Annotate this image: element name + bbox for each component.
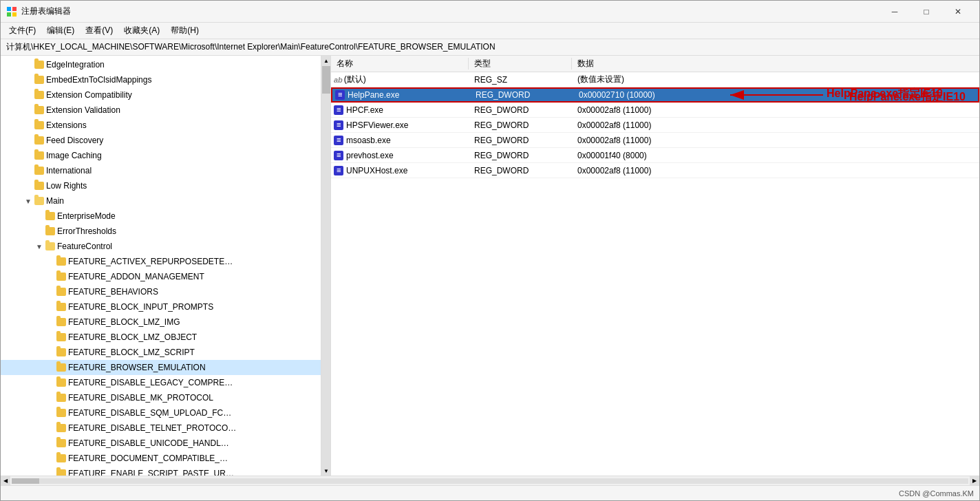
expander-feature-control[interactable]: ▼ — [34, 239, 45, 254]
tree-scroll-down[interactable]: ▼ — [321, 466, 331, 476]
tree-item-feat-behaviors[interactable]: FEATURE_BEHAVIORS — [1, 284, 330, 299]
tree-item-main[interactable]: ▼Main — [1, 193, 330, 209]
tree-item-feat-disable-mk[interactable]: FEATURE_DISABLE_MK_PROTOCOL — [1, 390, 330, 405]
expander-feat-activex[interactable] — [45, 254, 56, 269]
folder-icon-embed-extn — [34, 75, 45, 85]
expander-feat-doc-compat[interactable] — [45, 451, 56, 466]
tree-item-feat-browser-emu[interactable]: FEATURE_BROWSER_EMULATION — [1, 360, 330, 375]
table-row[interactable]: ☰HelpPane.exeREG_DWORD0x00002710 (10000) — [331, 87, 979, 103]
hscroll-right-btn[interactable]: ▶ — [970, 476, 979, 486]
expander-feat-disable-legacy[interactable] — [45, 375, 56, 390]
tree-item-enterprise-mode[interactable]: EnterpriseMode — [1, 209, 330, 224]
tree-item-feat-doc-compat[interactable]: FEATURE_DOCUMENT_COMPATIBLE_… — [1, 451, 330, 466]
expander-feat-enable-script[interactable] — [45, 466, 56, 476]
tree-item-feat-addon[interactable]: FEATURE_ADDON_MANAGEMENT — [1, 269, 330, 284]
help-menu[interactable]: 帮助(H) — [165, 23, 204, 38]
expander-error-thresholds[interactable] — [34, 224, 45, 239]
tree-item-feat-block-lmz-img[interactable]: FEATURE_BLOCK_LMZ_IMG — [1, 315, 330, 330]
expander-edge-integration[interactable] — [23, 57, 34, 72]
tree-item-feat-block-input[interactable]: FEATURE_BLOCK_INPUT_PROMPTS — [1, 299, 330, 315]
tree-scroll-thumb[interactable] — [322, 66, 330, 94]
expander-feed-discovery[interactable] — [23, 133, 34, 148]
cell-data-msoasb: 0x00002af8 (11000) — [572, 136, 979, 145]
expander-feat-behaviors[interactable] — [45, 284, 56, 299]
tree-item-extensions[interactable]: Extensions — [1, 118, 330, 133]
table-row[interactable]: ☰HPSFViewer.exeREG_DWORD0x00002af8 (1100… — [331, 118, 979, 133]
folder-icon-feat-block-lmz-obj — [56, 332, 67, 342]
expander-feat-disable-sqm[interactable] — [45, 405, 56, 420]
tree-item-image-caching[interactable]: Image Caching — [1, 148, 330, 163]
tree-item-feat-disable-legacy[interactable]: FEATURE_DISABLE_LEGACY_COMPRE… — [1, 375, 330, 390]
hscroll-thumb[interactable] — [12, 478, 39, 484]
tree-item-feat-activex[interactable]: FEATURE_ACTIVEX_REPURPOSEDETE… — [1, 254, 330, 269]
hscrollbar[interactable]: ◀ ▶ — [1, 476, 979, 485]
view-menu[interactable]: 查看(V) — [80, 23, 118, 38]
cell-name-hpcf: ☰HPCF.exe — [331, 105, 469, 115]
folder-icon-feat-disable-sqm — [56, 408, 67, 418]
table-row[interactable]: ab(默认)REG_SZ(数值未设置) — [331, 72, 979, 87]
expander-extension-valid[interactable] — [23, 103, 34, 118]
tree-label-feature-control: FeatureControl — [57, 242, 112, 251]
expander-feat-browser-emu[interactable] — [45, 360, 56, 375]
table-row[interactable]: ☰msoasb.exeREG_DWORD0x00002af8 (11000) — [331, 133, 979, 148]
expander-international[interactable] — [23, 163, 34, 178]
tree-label-edge-integration: EdgeIntegration — [46, 60, 105, 70]
tree-label-feed-discovery: Feed Discovery — [46, 136, 103, 145]
tree-item-extension-valid[interactable]: Extension Validation — [1, 103, 330, 118]
folder-icon-feat-disable-telnet — [56, 423, 67, 433]
tree-item-feed-discovery[interactable]: Feed Discovery — [1, 133, 330, 148]
tree-item-embed-extn[interactable]: EmbedExtnToClsidMappings — [1, 72, 330, 87]
file-menu[interactable]: 文件(F) — [3, 23, 41, 38]
tree-item-feat-disable-telnet[interactable]: FEATURE_DISABLE_TELNET_PROTOCO… — [1, 420, 330, 436]
tree-item-international[interactable]: International — [1, 163, 330, 178]
table-header: 名称 类型 数据 — [331, 56, 979, 72]
table-row[interactable]: ☰UNPUXHost.exeREG_DWORD0x00002af8 (11000… — [331, 163, 979, 178]
tree-scroll-up[interactable]: ▲ — [321, 56, 331, 65]
expander-feat-disable-telnet[interactable] — [45, 420, 56, 436]
expander-enterprise-mode[interactable] — [34, 209, 45, 224]
tree-item-extension-compat[interactable]: Extension Compatibility — [1, 87, 330, 103]
expander-extensions[interactable] — [23, 118, 34, 133]
maximize-button[interactable]: □ — [910, 1, 942, 23]
cell-name-prevhost: ☰prevhost.exe — [331, 151, 469, 160]
expander-feat-block-lmz-scr[interactable] — [45, 345, 56, 360]
expander-low-rights[interactable] — [23, 178, 34, 193]
tree-item-feat-block-lmz-scr[interactable]: FEATURE_BLOCK_LMZ_SCRIPT — [1, 345, 330, 360]
tree-item-error-thresholds[interactable]: ErrorThresholds — [1, 224, 330, 239]
tree-vscrollbar[interactable]: ▲ ▼ — [321, 56, 330, 476]
edit-menu[interactable]: 编辑(E) — [41, 23, 80, 38]
folder-icon-feat-block-lmz-img — [56, 317, 67, 327]
tree-content[interactable]: EdgeIntegrationEmbedExtnToClsidMappingsE… — [1, 56, 330, 476]
folder-icon-feat-browser-emu — [56, 363, 67, 372]
hscroll-left-btn[interactable]: ◀ — [1, 476, 10, 486]
cell-type-msoasb: REG_DWORD — [469, 136, 572, 145]
favorites-menu[interactable]: 收藏夹(A) — [118, 23, 165, 38]
tree-item-feature-control[interactable]: ▼FeatureControl — [1, 239, 330, 254]
tree-item-edge-integration[interactable]: EdgeIntegration — [1, 57, 330, 72]
expander-feat-block-input[interactable] — [45, 299, 56, 315]
tree-scroll-track[interactable] — [321, 65, 330, 466]
expander-extension-compat[interactable] — [23, 87, 34, 103]
hscroll-track[interactable] — [12, 478, 968, 484]
close-button[interactable]: ✕ — [942, 1, 974, 23]
tree-item-feat-block-lmz-obj[interactable]: FEATURE_BLOCK_LMZ_OBJECT — [1, 330, 330, 345]
expander-feat-addon[interactable] — [45, 269, 56, 284]
table-row[interactable]: ☰prevhost.exeREG_DWORD0x00001f40 (8000) — [331, 148, 979, 163]
expander-embed-extn[interactable] — [23, 72, 34, 87]
tree-item-feat-disable-sqm[interactable]: FEATURE_DISABLE_SQM_UPLOAD_FC… — [1, 405, 330, 420]
tree-item-feat-enable-script[interactable]: FEATURE_ENABLE_SCRIPT_PASTE_UR… — [1, 466, 330, 476]
expander-feat-block-lmz-img[interactable] — [45, 315, 56, 330]
tree-item-feat-disable-unicode[interactable]: FEATURE_DISABLE_UNICODE_HANDL… — [1, 436, 330, 451]
expander-feat-disable-mk[interactable] — [45, 390, 56, 405]
expander-main[interactable]: ▼ — [23, 193, 34, 209]
table-row[interactable]: ☰HPCF.exeREG_DWORD0x00002af8 (11000) — [331, 103, 979, 118]
expander-feat-disable-unicode[interactable] — [45, 436, 56, 451]
col-header-name: 名称 — [331, 58, 469, 70]
folder-icon-feat-block-lmz-scr — [56, 348, 67, 357]
expander-feat-block-lmz-obj[interactable] — [45, 330, 56, 345]
statusbar: CSDN @Commas.KM — [1, 485, 979, 500]
expander-image-caching[interactable] — [23, 148, 34, 163]
minimize-button[interactable]: ─ — [879, 1, 910, 23]
tree-label-main: Main — [46, 196, 64, 206]
tree-item-low-rights[interactable]: Low Rights — [1, 178, 330, 193]
